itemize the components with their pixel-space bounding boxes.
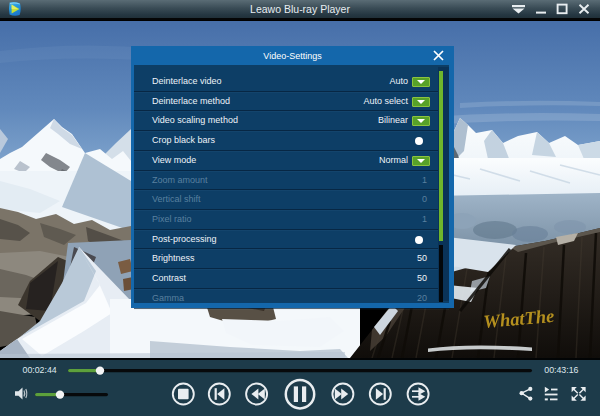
- svg-text:00:02:44: 00:02:44: [23, 365, 57, 375]
- svg-text:00:43:16: 00:43:16: [544, 365, 578, 375]
